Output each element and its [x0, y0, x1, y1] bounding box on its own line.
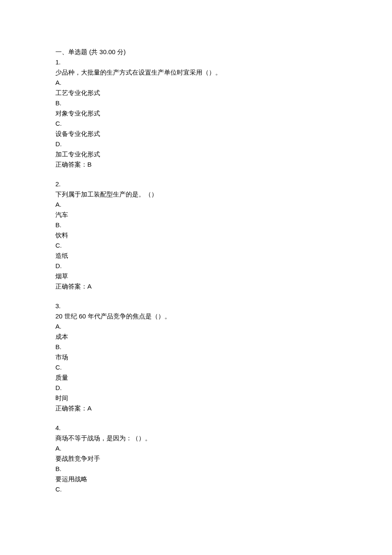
section-title: 一、单选题 (共 30.00 分): [55, 47, 337, 57]
answer-line: 正确答案：A: [55, 403, 337, 413]
answer-value: A: [87, 405, 92, 412]
option-text-b: 市场: [55, 352, 337, 362]
answer-label: 正确答案：: [55, 405, 87, 412]
answer-value: B: [87, 161, 92, 168]
option-text-c: 设备专业化形式: [55, 129, 337, 139]
question-stem: 少品种，大批量的生产方式在设置生产单位时宜采用（）。: [55, 67, 337, 78]
option-letter-b: B.: [55, 220, 337, 230]
answer-label: 正确答案：: [55, 283, 87, 290]
option-text-a: 工艺专业化形式: [55, 88, 337, 98]
question-stem: 下列属于加工装配型生产的是。（）: [55, 189, 337, 199]
option-letter-d: D.: [55, 139, 337, 149]
question-3: 3. 20 世纪 60 年代产品竞争的焦点是（）。 A. 成本 B. 市场 C.…: [55, 301, 337, 413]
question-stem: 20 世纪 60 年代产品竞争的焦点是（）。: [55, 311, 337, 321]
option-letter-c: C.: [55, 362, 337, 373]
question-number: 3.: [55, 301, 337, 311]
option-text-b: 饮料: [55, 230, 337, 240]
option-letter-a: A.: [55, 321, 337, 332]
document-page: 一、单选题 (共 30.00 分) 1. 少品种，大批量的生产方式在设置生产单位…: [55, 47, 337, 494]
option-letter-c: C.: [55, 119, 337, 129]
question-1: 1. 少品种，大批量的生产方式在设置生产单位时宜采用（）。 A. 工艺专业化形式…: [55, 57, 337, 170]
question-4: 4. 商场不等于战场，是因为：（）。 A. 要战胜竞争对手 B. 要运用战略 C…: [55, 423, 337, 494]
question-2: 2. 下列属于加工装配型生产的是。（） A. 汽车 B. 饮料 C. 造纸 D.…: [55, 179, 337, 292]
option-text-b: 对象专业化形式: [55, 108, 337, 119]
option-text-d: 加工专业化形式: [55, 149, 337, 159]
answer-value: A: [87, 283, 92, 290]
option-text-d: 时间: [55, 393, 337, 403]
option-text-c: 造纸: [55, 251, 337, 261]
question-number: 1.: [55, 57, 337, 67]
answer-label: 正确答案：: [55, 161, 87, 168]
option-letter-b: B.: [55, 342, 337, 352]
option-letter-d: D.: [55, 383, 337, 393]
option-letter-d: D.: [55, 261, 337, 271]
option-text-a: 要战胜竞争对手: [55, 454, 337, 464]
option-letter-c: C.: [55, 240, 337, 251]
question-number: 2.: [55, 179, 337, 189]
question-stem: 商场不等于战场，是因为：（）。: [55, 433, 337, 443]
option-text-b: 要运用战略: [55, 474, 337, 484]
option-letter-c: C.: [55, 484, 337, 494]
option-text-c: 质量: [55, 373, 337, 383]
option-text-a: 汽车: [55, 210, 337, 220]
answer-line: 正确答案：A: [55, 281, 337, 292]
answer-line: 正确答案：B: [55, 159, 337, 170]
option-text-d: 烟草: [55, 271, 337, 281]
option-letter-a: A.: [55, 199, 337, 210]
option-text-a: 成本: [55, 332, 337, 342]
option-letter-a: A.: [55, 443, 337, 454]
question-number: 4.: [55, 423, 337, 433]
option-letter-b: B.: [55, 98, 337, 108]
option-letter-a: A.: [55, 78, 337, 88]
option-letter-b: B.: [55, 464, 337, 474]
